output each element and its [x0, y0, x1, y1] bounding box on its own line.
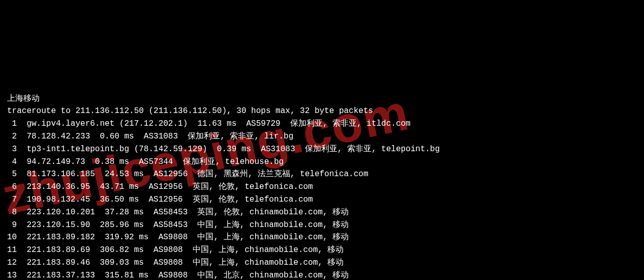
hop-line: 221.183.89.69 306.82 ms AS9808 中国, 上海, c… — [26, 245, 344, 255]
hop-line: 213.140.36.95 43.71 ms AS12956 英国, 伦敦, t… — [26, 182, 313, 191]
hop-line: 221.183.37.133 315.81 ms AS9808 中国, 北京, … — [26, 271, 349, 280]
hop-number: 10 — [7, 231, 17, 244]
hop-line: 221.183.89.46 309.03 ms AS9808 中国, 上海, c… — [26, 258, 344, 267]
hop-line: tp3-int1.telepoint.bg (78.142.59.129) 0.… — [26, 145, 440, 154]
hop-line: 94.72.149.73 0.38 ms AS57344 保加利亚, teleh… — [26, 157, 284, 166]
hop-number: 8 — [7, 206, 17, 219]
hop-line: 81.173.106.185 24.53 ms AS12956 德国, 黑森州,… — [26, 170, 368, 179]
hop-number: 13 — [7, 269, 17, 280]
hop-line: 223.120.15.90 285.96 ms AS58453 中国, 上海, … — [26, 220, 349, 230]
hop-line: 190.98.132.45 36.50 ms AS12956 英国, 伦敦, t… — [26, 195, 313, 204]
hop-number: 6 — [7, 181, 17, 193]
hop-line: 221.183.89.182 319.92 ms AS9808 中国, 上海, … — [26, 233, 349, 242]
hop-line: 78.128.42.233 0.60 ms AS31083 保加利亚, 索非亚,… — [26, 132, 293, 141]
hop-number: 12 — [7, 257, 17, 269]
hop-number: 7 — [7, 193, 17, 206]
hop-line: gw.ipv4.layer6.net (217.12.202.1) 11.63 … — [26, 119, 410, 128]
traceroute-header: traceroute to 211.136.112.50 (211.136.11… — [7, 106, 373, 116]
hop-list: 1 gw.ipv4.layer6.net (217.12.202.1) 11.6… — [7, 118, 637, 280]
hop-number: 1 — [7, 118, 17, 130]
terminal-output: 上海移动 traceroute to 211.136.112.50 (211.1… — [7, 80, 637, 280]
hop-number: 9 — [7, 219, 17, 232]
hop-number: 5 — [7, 168, 17, 181]
hop-number: 3 — [7, 143, 17, 156]
hop-number: 4 — [7, 156, 17, 169]
hop-line: 223.120.10.201 37.28 ms AS58453 英国, 伦敦, … — [26, 208, 349, 217]
traceroute-title: 上海移动 — [7, 94, 40, 103]
hop-number: 11 — [7, 244, 17, 257]
hop-number: 2 — [7, 130, 17, 143]
